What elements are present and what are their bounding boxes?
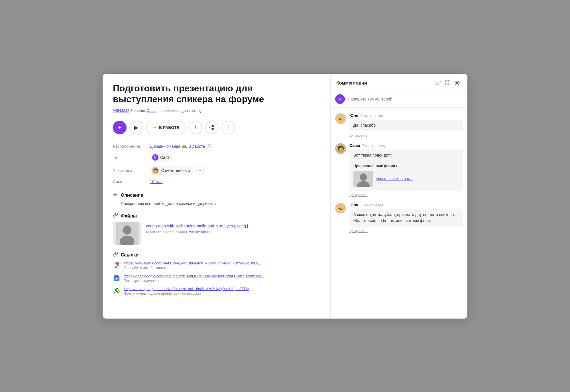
comment-body-1: Саша 7 минут назад Вот такая подойдет? П… [349, 143, 463, 197]
play-button[interactable]: ▶ [129, 121, 143, 134]
svg-line-3 [211, 128, 213, 129]
more-button[interactable]: ⋮ [221, 121, 235, 134]
status-button[interactable]: → В РАБОТЕ [146, 121, 186, 134]
list-view-icon [435, 81, 441, 85]
field-type: Тип C Card [113, 153, 320, 162]
file-item: young-man-with-a-charming-smile-and-blue… [113, 222, 320, 245]
files-section: Файлы young-man-with-a-charming-smile-an… [113, 213, 320, 245]
deadline-link[interactable]: 10 мая [150, 179, 162, 184]
field-deadline: Срок 10 мая [113, 179, 320, 184]
link-item-2: https://drive.google.com/drive/folders/1… [113, 287, 320, 295]
field-participants: Участники 🧑 Ответственный + [113, 166, 320, 175]
link-desc-0: Брендбук и дизайн-система [124, 266, 262, 270]
participant-badge[interactable]: 🧑 Ответственный [150, 166, 194, 175]
links-icon [113, 252, 118, 258]
search-icon[interactable] [207, 143, 212, 149]
comment-author-1: Саша [349, 143, 360, 148]
comment-avatar-1: 🧑 [335, 143, 346, 197]
view-list-button[interactable] [434, 80, 442, 87]
share-icon [209, 125, 215, 130]
comment-attachment: young-man-with-a-c… [353, 171, 459, 187]
person-image [113, 222, 141, 245]
avatar-sasha: 🧑 [335, 143, 346, 154]
add-participant-button[interactable]: + [196, 167, 204, 175]
comment-input[interactable] [348, 95, 463, 103]
share-button[interactable] [205, 121, 219, 134]
svg-point-21 [360, 173, 367, 181]
right-panel: Комментарии K [331, 74, 467, 319]
comment-text-2: А можете, пожалуйста, прислать другое фо… [349, 209, 463, 227]
comment-meta-2: Юля 8 минут назад [349, 203, 463, 207]
file-in-comments-link[interactable]: в комментарии [186, 229, 210, 233]
comment-quote-2[interactable]: цитировать [349, 229, 368, 233]
type-label: Тип [113, 155, 150, 160]
link-desc-1: Текст для выступления [124, 279, 264, 283]
status-arrow: → [152, 125, 157, 130]
comment-author-0: Юля [349, 113, 358, 118]
location-link[interactable]: Дизайн-команда 🙈/ В работе [150, 144, 205, 149]
add-button[interactable]: + [113, 121, 127, 134]
task-id-link[interactable]: #4543938 [113, 108, 129, 113]
type-badge[interactable]: C Card [150, 153, 173, 162]
comment-text-1: Вот такая подойдет? Прикрепленные файлы [349, 149, 463, 191]
comment-input-area: K [331, 91, 467, 108]
comment-item-1: 🧑 Саша 7 минут назад Вот такая подойдет?… [335, 143, 463, 197]
attachment-thumbnail [353, 171, 373, 187]
view-grid-button[interactable] [444, 79, 451, 87]
svg-rect-18 [448, 83, 450, 85]
svg-rect-13 [435, 81, 441, 82]
more-icon: ⋮ [225, 124, 231, 131]
attached-files-label: Прикрепленные файлы [353, 163, 459, 169]
file-thumbnail [113, 222, 141, 245]
type-value: C Card [150, 153, 173, 162]
grid-view-icon [445, 80, 450, 85]
comment-body-0: Юля 7 минут назад Да, спасибо цитировать [349, 113, 463, 137]
svg-point-5 [208, 144, 211, 147]
svg-rect-14 [435, 83, 439, 84]
avatar-yulia-2: 🐱 [335, 203, 346, 214]
fields-section: Расположение Дизайн-команда 🙈/ В работе … [113, 143, 320, 184]
link-url-2[interactable]: https://drive.google.com/drive/folders/1… [124, 287, 249, 291]
svg-line-4 [211, 126, 213, 127]
alert-button[interactable]: ! [188, 121, 202, 134]
figma-icon [113, 261, 121, 269]
comment-quote-1[interactable]: цитировать [349, 193, 368, 197]
comment-quote-0[interactable]: цитировать [349, 134, 368, 137]
links-header: Ссылки [113, 252, 320, 258]
description-section: Описание Прикрепляю все необходимые ссыл… [113, 192, 320, 206]
comment-item-2: 🐱 Юля 8 минут назад А можете, пожалуйста… [335, 203, 463, 233]
link-desc-2: Фото спикера и другие презентации по про… [124, 292, 249, 295]
comment-avatar-2: 🐱 [335, 203, 346, 233]
files-header: Файлы [113, 213, 320, 219]
links-section: Ссылки https://www.figma.c [113, 252, 320, 295]
comment-time-0: 7 минут назад [361, 114, 383, 118]
comments-title: Комментарии [336, 81, 367, 86]
task-actions: + ▶ → В РАБОТЕ ! ⋮ [113, 121, 320, 134]
comment-time-1: 7 минут назад [363, 144, 385, 148]
link-url-1[interactable]: https://docs.google.com/document/d/1MdQB… [124, 274, 264, 278]
link-url-0[interactable]: https://www.figma.com/file/kCWyiEiwUUb0e… [124, 261, 262, 265]
close-button[interactable]: ✕ [453, 79, 462, 88]
participants-value: 🧑 Ответственный + [150, 166, 204, 175]
modal: ✕ Подготовить презентацию для выступлени… [103, 74, 467, 319]
svg-rect-17 [445, 83, 447, 85]
comment-file-link[interactable]: young-man-with-a-c… [376, 176, 413, 182]
svg-rect-16 [448, 80, 450, 82]
description-header: Описание [113, 192, 320, 198]
comment-time-2: 8 минут назад [361, 203, 383, 207]
participant-avatar: 🧑 [152, 167, 159, 174]
comment-body-2: Юля 8 минут назад А можете, пожалуйста, … [349, 203, 463, 233]
participants-label: Участники [113, 168, 150, 173]
svg-line-6 [211, 147, 211, 147]
modal-overlay: ✕ Подготовить презентацию для выступлени… [0, 0, 570, 392]
link-item-1: https://docs.google.com/document/d/1MdQB… [113, 274, 320, 283]
participant-name: Ответственный [161, 168, 190, 173]
comment-avatar-0: 🐱 [335, 113, 346, 137]
file-name-link[interactable]: young-man-with-a-charming-smile-and-blue… [146, 224, 252, 228]
description-icon [113, 192, 118, 198]
current-user-avatar: K [335, 94, 345, 104]
client-link[interactable]: Саша [146, 108, 156, 113]
deadline-label: Срок [113, 179, 150, 184]
field-location: Расположение Дизайн-команда 🙈/ В работе [113, 143, 320, 149]
avatar-yulia-0: 🐱 [335, 113, 346, 124]
